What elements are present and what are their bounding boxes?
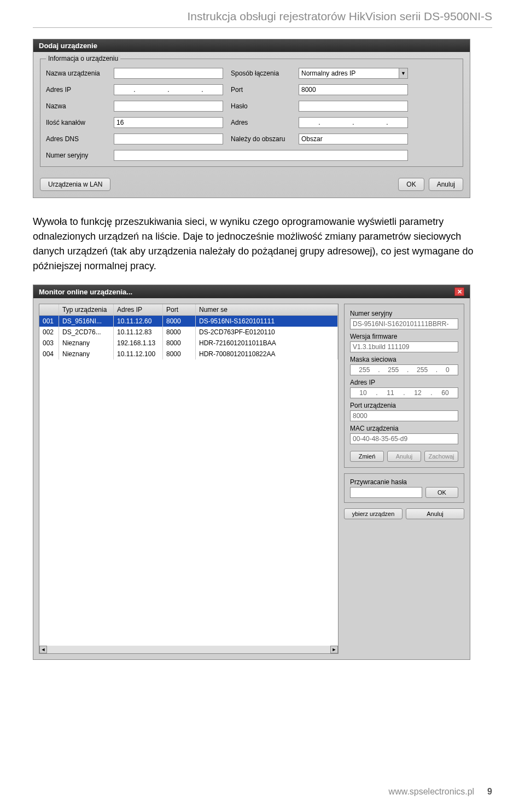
device-info-group: Informacja o urządzeniu Nazwa urządzenia…	[40, 59, 463, 167]
page-footer: www.spselectronics.pl 9	[33, 787, 492, 797]
label-channels: Ilość kanałów	[46, 119, 106, 126]
page-number: 9	[487, 787, 492, 797]
label-device-name: Nazwa urządzenia	[46, 69, 106, 77]
dialog-buttons: Urządzenia w LAN OK Anuluj	[33, 173, 470, 198]
device-details-panel: Numer seryjny DS-9516NI-S1620101111BBRR-…	[344, 304, 464, 654]
label-password: Hasło	[231, 102, 291, 110]
ok-button[interactable]: OK	[398, 178, 424, 191]
table-row[interactable]: 003Nieznany192.168.1.138000HDR-721601201…	[39, 338, 338, 349]
add-device-dialog: Dodaj urządzenie Informacja o urządzeniu…	[33, 39, 470, 198]
value-mac[interactable]: 00-40-48-35-65-d9	[350, 433, 458, 444]
monitor-titlebar: Monitor online urządzenia... ✕	[33, 285, 470, 298]
select-conn-method[interactable]: Normalny adres IP ▼	[299, 68, 408, 79]
dialog-titlebar: Dodaj urządzenie	[33, 39, 470, 52]
th-ip[interactable]: Adres IP	[114, 304, 163, 315]
th-port[interactable]: Port	[163, 304, 196, 315]
label-port2: Port urządzenia	[350, 402, 458, 409]
reset-ok-button[interactable]: OK	[425, 487, 458, 498]
input-name[interactable]	[114, 101, 223, 112]
label-area: Należy do obszaru	[231, 135, 291, 143]
monitor-title: Monitor online urządzenia...	[39, 288, 132, 296]
description-paragraph: Wywoła to funkcję przeszukiwania sieci, …	[33, 214, 492, 274]
input-device-name[interactable]	[114, 68, 223, 79]
value-port2[interactable]: 8000	[350, 410, 458, 421]
table-row[interactable]: 004Nieznany10.11.12.1008000HDR-700801201…	[39, 349, 338, 359]
horizontal-scrollbar[interactable]: ◄ ►	[39, 646, 338, 653]
reset-row: OK	[350, 487, 458, 498]
lan-devices-button[interactable]: Urządzenia w LAN	[40, 178, 110, 191]
page-header: Instrukcja obsługi rejestratorów HikVisi…	[33, 0, 492, 28]
cancel-button[interactable]: Anuluj	[429, 178, 463, 191]
monitor-body: Typ urządzenia Adres IP Port Numer se 00…	[33, 298, 470, 659]
value-firmware[interactable]: V1.3.1build 111109	[350, 341, 458, 352]
device-details-group: Numer seryjny DS-9516NI-S1620101111BBRR-…	[344, 304, 464, 468]
header-title: Instrukcja obsługi rejestratorów HikVisi…	[188, 10, 493, 22]
cancel-button-3[interactable]: Anuluj	[406, 508, 464, 519]
input-password[interactable]	[299, 101, 408, 112]
save-button[interactable]: Zachowaj	[424, 451, 458, 462]
th-serial[interactable]: Numer se	[196, 304, 338, 315]
input-area[interactable]: Obszar	[299, 134, 408, 144]
label-serial: Numer seryjny	[46, 152, 106, 159]
table-row[interactable]: 001DS_9516NI...10.11.12.608000DS-9516NI-…	[39, 316, 338, 327]
value-mask[interactable]: 255. 255. 255. 0	[350, 364, 458, 375]
page-content: Dodaj urządzenie Informacja o urządzeniu…	[0, 28, 525, 660]
label-ip: Adres IP	[46, 86, 106, 94]
group-label: Informacja o urządzeniu	[46, 55, 120, 62]
password-reset-group: Przywracanie hasła OK	[344, 473, 464, 503]
value-serial2[interactable]: DS-9516NI-S1620101111BBRR-	[350, 318, 458, 329]
chevron-down-icon: ▼	[399, 68, 407, 78]
bottom-buttons: ybierz urządzen Anuluj	[344, 508, 464, 519]
select-device-button[interactable]: ybierz urządzen	[344, 508, 402, 519]
table-rows: 001DS_9516NI...10.11.12.608000DS-9516NI-…	[39, 316, 338, 359]
serial-row: Numer seryjny	[46, 150, 408, 161]
th-type[interactable]: Typ urządzenia	[59, 304, 114, 315]
input-port[interactable]: 8000	[299, 84, 408, 95]
dialog-title: Dodaj urządzenie	[39, 42, 97, 50]
label-ip2: Adres IP	[350, 379, 458, 386]
label-dns: Adres DNS	[46, 135, 106, 143]
label-mac: MAC urządzenia	[350, 425, 458, 432]
label-firmware: Wersja firmware	[350, 333, 458, 340]
table-row[interactable]: 002DS_2CD76...10.11.12.838000DS-2CD763PF…	[39, 327, 338, 338]
reset-input[interactable]	[350, 487, 422, 498]
footer-url: www.spselectronics.pl	[389, 787, 475, 797]
label-port: Port	[231, 86, 291, 94]
input-channels[interactable]: 16	[114, 117, 223, 128]
table-header: Typ urządzenia Adres IP Port Numer se	[39, 304, 338, 316]
label-mask: Maska sieciowa	[350, 356, 458, 363]
device-table: Typ urządzenia Adres IP Port Numer se 00…	[39, 304, 339, 654]
label-address: Adres	[231, 119, 291, 126]
label-conn-method: Sposób łączenia	[231, 69, 291, 77]
form-grid: Nazwa urządzenia Sposób łączenia Normaln…	[46, 65, 457, 161]
input-address[interactable]: ...	[299, 117, 408, 128]
label-reset: Przywracanie hasła	[350, 478, 458, 486]
label-serial2: Numer seryjny	[350, 310, 458, 317]
scroll-right-icon[interactable]: ►	[330, 646, 338, 653]
conn-method-value: Normalny adres IP	[301, 69, 355, 77]
label-name: Nazwa	[46, 102, 106, 110]
th-idx[interactable]	[39, 304, 59, 315]
scroll-left-icon[interactable]: ◄	[39, 646, 47, 653]
value-ip2[interactable]: 10. 11. 12. 60	[350, 387, 458, 398]
close-icon[interactable]: ✕	[454, 287, 464, 296]
input-ip[interactable]: ...	[114, 84, 223, 95]
side-buttons: Zmień Anuluj Zachowaj	[350, 451, 458, 462]
change-button[interactable]: Zmień	[350, 451, 384, 462]
input-dns[interactable]	[114, 134, 223, 144]
cancel-button-2[interactable]: Anuluj	[387, 451, 421, 462]
monitor-dialog: Monitor online urządzenia... ✕ Typ urząd…	[33, 285, 470, 660]
input-serial[interactable]	[114, 150, 408, 161]
